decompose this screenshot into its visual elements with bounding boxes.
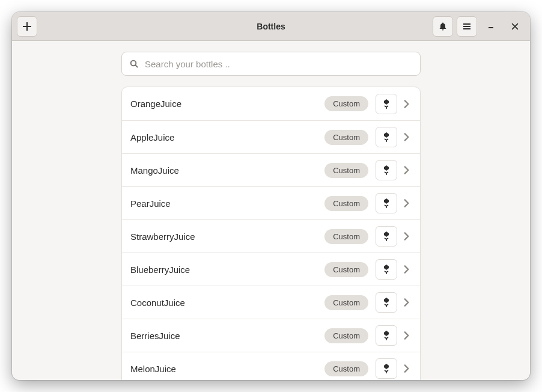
run-executable-button[interactable]	[376, 292, 397, 313]
bottle-name: MelonJuice	[130, 364, 324, 374]
environment-badge: Custom	[324, 361, 368, 376]
run-executable-button[interactable]	[376, 160, 397, 180]
bottle-row[interactable]: StrawberryJuiceCustom	[122, 219, 420, 253]
app-window: Bottles	[12, 12, 530, 380]
bottle-row[interactable]: MangoJuiceCustom	[122, 153, 420, 186]
bottle-row[interactable]: BerriesJuiceCustom	[122, 319, 420, 352]
environment-badge: Custom	[324, 328, 368, 343]
run-executable-button[interactable]	[376, 325, 397, 346]
chevron-right-icon	[401, 297, 412, 308]
environment-badge: Custom	[324, 96, 368, 111]
headerbar: Bottles	[12, 12, 530, 41]
environment-badge: Custom	[324, 163, 368, 178]
bottle-name: StrawberryJuice	[130, 231, 324, 242]
executable-icon	[382, 231, 391, 242]
executable-icon	[382, 363, 391, 374]
search-icon	[129, 59, 139, 69]
bottle-row[interactable]: OrangeJuiceCustom	[122, 87, 420, 120]
bottle-name: PearJuice	[130, 198, 324, 209]
bottle-row[interactable]: PearJuiceCustom	[122, 186, 420, 219]
run-executable-button[interactable]	[376, 193, 397, 213]
environment-badge: Custom	[324, 130, 368, 145]
svg-rect-0	[489, 27, 493, 28]
environment-badge: Custom	[324, 295, 368, 310]
bottle-row[interactable]: BlueberryJuiceCustom	[122, 253, 420, 286]
bell-icon	[438, 22, 448, 31]
bottle-name: CoconutJuice	[130, 298, 324, 308]
executable-icon	[382, 165, 391, 176]
executable-icon	[382, 198, 391, 209]
environment-badge: Custom	[324, 196, 368, 211]
run-executable-button[interactable]	[376, 259, 397, 280]
bottle-row[interactable]: MelonJuiceCustom	[122, 352, 420, 380]
plus-icon	[22, 22, 32, 31]
content-area: OrangeJuiceCustomAppleJuiceCustomMangoJu…	[12, 41, 530, 380]
executable-icon	[382, 330, 391, 341]
notifications-button[interactable]	[433, 16, 453, 37]
search-box[interactable]	[121, 52, 421, 76]
chevron-right-icon	[401, 99, 412, 109]
bottle-row[interactable]: AppleJuiceCustom	[122, 120, 420, 153]
run-executable-button[interactable]	[376, 358, 397, 379]
run-executable-button[interactable]	[376, 94, 397, 114]
menu-button[interactable]	[457, 16, 477, 37]
bottle-name: OrangeJuice	[130, 99, 324, 109]
executable-icon	[382, 297, 391, 308]
hamburger-icon	[462, 22, 472, 31]
chevron-right-icon	[401, 132, 412, 142]
environment-badge: Custom	[324, 262, 368, 277]
new-bottle-button[interactable]	[17, 16, 37, 37]
bottle-name: AppleJuice	[130, 132, 324, 142]
executable-icon	[382, 132, 391, 142]
executable-icon	[382, 99, 391, 109]
bottle-list: OrangeJuiceCustomAppleJuiceCustomMangoJu…	[121, 87, 421, 380]
bottle-row[interactable]: CoconutJuiceCustom	[122, 286, 420, 319]
chevron-right-icon	[401, 363, 412, 374]
environment-badge: Custom	[324, 229, 368, 244]
bottle-name: BerriesJuice	[130, 331, 324, 341]
minimize-icon	[486, 22, 496, 31]
chevron-right-icon	[401, 165, 412, 176]
chevron-right-icon	[401, 198, 412, 209]
chevron-right-icon	[401, 264, 412, 275]
bottle-name: MangoJuice	[130, 165, 324, 176]
close-button[interactable]	[505, 16, 525, 37]
chevron-right-icon	[401, 231, 412, 242]
executable-icon	[382, 264, 391, 275]
minimize-button[interactable]	[481, 16, 501, 37]
search-input[interactable]	[144, 58, 413, 70]
run-executable-button[interactable]	[376, 127, 397, 147]
bottle-name: BlueberryJuice	[130, 265, 324, 275]
run-executable-button[interactable]	[376, 226, 397, 247]
chevron-right-icon	[401, 330, 412, 341]
close-icon	[511, 22, 519, 31]
